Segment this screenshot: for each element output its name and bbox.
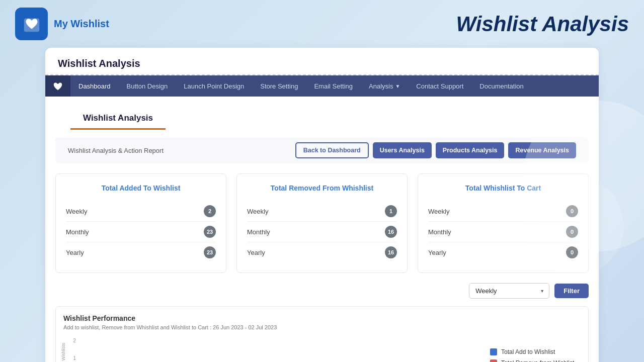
nav-item-launch-point[interactable]: Launch Point Design	[176, 76, 252, 96]
nav-item-dashboard[interactable]: Dashboard	[70, 76, 119, 96]
bg-decoration-2	[523, 176, 624, 277]
chart-title: Wishlist Performance	[63, 314, 581, 322]
analysis-dropdown-arrow: ▼	[395, 83, 400, 89]
nav-item-email-setting[interactable]: Email Setting	[306, 76, 361, 96]
logo-area: My Wishlist	[15, 8, 109, 40]
stat-added-monthly-value: 23	[204, 226, 216, 238]
stat-row: Weekly 1	[247, 201, 397, 222]
back-to-dashboard-button[interactable]: Back to Dashboard	[295, 142, 369, 158]
stat-added-title: Total Added To Wishlist	[66, 184, 216, 192]
period-select[interactable]: Weekly Monthly Yearly	[469, 283, 549, 299]
stat-row: Yearly 16	[247, 242, 397, 262]
nav-logo-icon	[52, 80, 63, 92]
stats-grid: Total Added To Wishlist Weekly 2 Monthly…	[55, 173, 589, 273]
stat-added-weekly-value: 2	[204, 205, 216, 217]
products-analysis-button[interactable]: Products Analysis	[436, 142, 505, 158]
chart-subtitle: Add to wishlist, Remove from Whishlist a…	[63, 324, 581, 330]
stat-card-added: Total Added To Wishlist Weekly 2 Monthly…	[55, 173, 226, 273]
legend-dot-add	[490, 348, 497, 355]
filter-button[interactable]: Filter	[554, 284, 589, 298]
nav-logo	[45, 75, 70, 97]
filter-bar: Weekly Monthly Yearly Filter	[55, 283, 589, 299]
subtitle-container: Wishlist Analysis	[45, 97, 599, 137]
chart-legend: Total Add to Wishlist Total Remove from …	[490, 338, 581, 362]
stat-removed-title: Total Removed From Whishlist	[247, 184, 397, 192]
y-axis: 2 1 0	[63, 338, 78, 362]
nav-item-contact-support[interactable]: Contact Support	[408, 76, 471, 96]
action-bar: Wishlist Analysis & Action Report Back t…	[55, 137, 589, 163]
chart-bars-area	[81, 338, 480, 362]
stat-added-yearly-value: 23	[204, 246, 216, 258]
legend-dot-remove	[490, 359, 497, 362]
nav-item-button-design[interactable]: Button Design	[119, 76, 176, 96]
legend-item-add: Total Add to Wishlist	[490, 348, 581, 355]
legend-label-remove: Total Remove from Wishlist	[501, 359, 574, 362]
chart-section: Wishlist Performance Add to wishlist, Re…	[55, 306, 589, 362]
stat-cart-monthly-label: Monthly	[428, 228, 451, 236]
nav-item-documentation[interactable]: Documentation	[471, 76, 531, 96]
stat-removed-yearly-label: Yearly	[247, 249, 265, 256]
y-label-1: 1	[63, 355, 76, 361]
action-bar-label: Wishlist Analysis & Action Report	[68, 147, 164, 154]
nav-item-analysis[interactable]: Analysis ▼	[361, 76, 408, 96]
stat-removed-weekly-value: 1	[385, 205, 397, 217]
stat-row: Yearly 23	[66, 242, 216, 262]
page-subtitle: Wishlist Analysis	[70, 104, 166, 130]
stat-row: Monthly 23	[66, 222, 216, 242]
legend-item-remove: Total Remove from Wishlist	[490, 359, 581, 362]
stat-removed-monthly-label: Monthly	[247, 228, 270, 236]
logo-icon	[22, 15, 41, 34]
users-analysis-button[interactable]: Users Analysis	[373, 142, 432, 158]
stat-added-yearly-label: Yearly	[66, 249, 84, 256]
stat-cart-yearly-label: Yearly	[428, 249, 446, 256]
page-subtitle-text: Wishlist Analysis	[83, 113, 153, 123]
stat-added-weekly-label: Weekly	[66, 208, 87, 215]
stat-removed-monthly-value: 16	[385, 226, 397, 238]
nav-bar: Dashboard Button Design Launch Point Des…	[45, 75, 599, 97]
period-select-wrapper: Weekly Monthly Yearly	[469, 283, 549, 299]
main-page-title: Wishlist Analysis	[456, 12, 629, 36]
y-label-2: 2	[63, 338, 76, 343]
legend-label-add: Total Add to Wishlist	[501, 348, 555, 355]
stat-row: Monthly 16	[247, 222, 397, 242]
nav-item-store-setting[interactable]: Store Setting	[252, 76, 306, 96]
stat-cart-weekly-label: Weekly	[428, 208, 449, 215]
stat-removed-yearly-value: 16	[385, 246, 397, 258]
stat-added-monthly-label: Monthly	[66, 228, 89, 236]
stat-row: Weekly 2	[66, 201, 216, 222]
stat-removed-weekly-label: Weekly	[247, 208, 268, 215]
chart-body: Number of Wishlists 2 1 0	[63, 338, 581, 362]
app-name: My Wishlist	[54, 18, 109, 30]
stat-card-removed: Total Removed From Whishlist Weekly 1 Mo…	[236, 173, 408, 273]
logo-box	[15, 8, 48, 40]
card-header-title: Wishlist Analysis	[58, 58, 140, 69]
card-header: Wishlist Analysis	[45, 48, 599, 75]
main-card: Wishlist Analysis Dashboard Button Desig…	[45, 48, 599, 362]
chart-canvas: Number of Wishlists 2 1 0	[63, 338, 480, 362]
top-header: My Wishlist Wishlist Analysis	[0, 0, 644, 48]
